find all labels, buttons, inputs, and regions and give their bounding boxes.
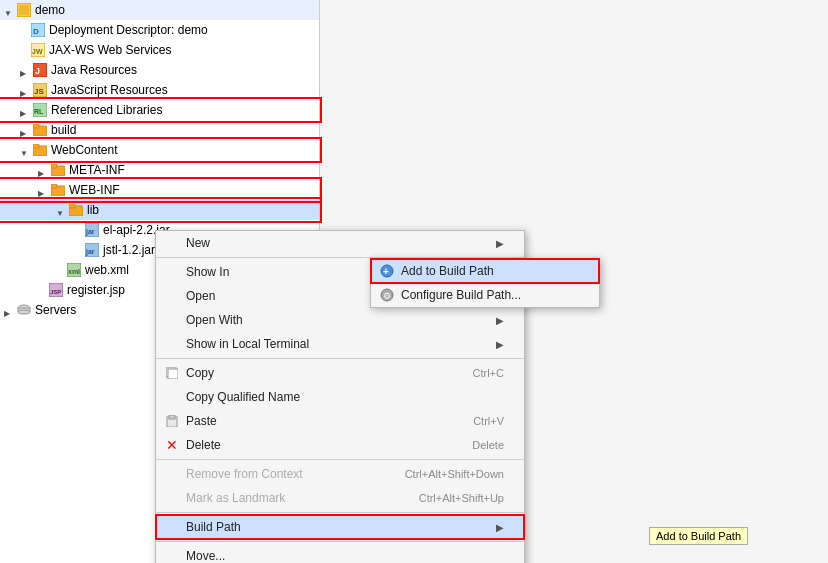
svg-text:xml: xml [68, 268, 80, 275]
spacer [38, 283, 48, 297]
tree-label-jstl: jstl-1.2.jar [103, 243, 155, 257]
menu-separator-3 [156, 459, 524, 460]
build-folder-icon [32, 122, 48, 138]
java-resources-icon: J [32, 62, 48, 78]
web-inf-icon [50, 182, 66, 198]
svg-text:JW: JW [32, 48, 43, 55]
tree-label-build: build [51, 123, 76, 137]
svg-text:JS: JS [34, 87, 44, 96]
webcontent-folder-icon [32, 142, 48, 158]
arrow-new: ▶ [496, 238, 504, 249]
tree-label-referenced-libraries: Referenced Libraries [51, 103, 162, 117]
svg-text:RL: RL [34, 108, 44, 115]
svg-rect-34 [168, 369, 178, 379]
svg-text:jar: jar [85, 248, 95, 256]
arrow-show-local: ▶ [496, 339, 504, 350]
svg-text:J: J [35, 66, 40, 76]
menu-item-move[interactable]: Move... [156, 544, 524, 563]
spacer [74, 243, 84, 257]
arrow-meta-inf [38, 165, 48, 175]
menu-item-open-with[interactable]: Open With ▶ [156, 308, 524, 332]
tree-label-lib: lib [87, 203, 99, 217]
tree-item-javascript-resources[interactable]: JS JavaScript Resources [0, 80, 319, 100]
arrow-lib [56, 205, 66, 215]
configure-build-path-icon: ⚙ [379, 287, 395, 303]
menu-separator-4 [156, 512, 524, 513]
svg-rect-15 [33, 144, 39, 148]
js-icon: JS [32, 82, 48, 98]
menu-item-new[interactable]: New ▶ [156, 231, 524, 255]
arrow-open-with: ▶ [496, 315, 504, 326]
register-jsp-icon: JSP [48, 282, 64, 298]
submenu-item-configure-build-path[interactable]: ⚙ Configure Build Path... [371, 283, 599, 307]
tree-item-deployment[interactable]: D Deployment Descriptor: demo [0, 20, 319, 40]
tree-label-web-xml: web.xml [85, 263, 129, 277]
svg-text:JSP: JSP [50, 289, 61, 295]
svg-rect-1 [19, 5, 29, 15]
tree-item-demo[interactable]: demo [0, 0, 319, 20]
delete-icon: ✕ [164, 437, 180, 453]
tree-label-servers: Servers [35, 303, 76, 317]
jaxws-icon: JW [30, 42, 46, 58]
svg-rect-17 [51, 164, 57, 168]
tree-label-java-resources: Java Resources [51, 63, 137, 77]
tree-label-jaxws: JAX-WS Web Services [49, 43, 171, 57]
arrow-ref-lib [20, 105, 30, 115]
tree-label-deployment: Deployment Descriptor: demo [49, 23, 208, 37]
tree-item-referenced-libraries[interactable]: RL Referenced Libraries [0, 100, 319, 120]
menu-item-mark-landmark[interactable]: Mark as Landmark Ctrl+Alt+Shift+Up [156, 486, 524, 510]
menu-item-paste[interactable]: Paste Ctrl+V [156, 409, 524, 433]
spacer [56, 263, 66, 277]
svg-rect-19 [51, 184, 57, 188]
menu-item-show-local[interactable]: Show in Local Terminal ▶ [156, 332, 524, 356]
svg-text:+: + [383, 266, 389, 277]
arrow-demo [4, 5, 14, 15]
menu-item-copy-qualified[interactable]: Copy Qualified Name [156, 385, 524, 409]
ref-lib-icon: RL [32, 102, 48, 118]
tree-label-webcontent: WebContent [51, 143, 118, 157]
project-icon [16, 2, 32, 18]
menu-item-build-path[interactable]: Build Path ▶ [156, 515, 524, 539]
menu-separator-2 [156, 358, 524, 359]
menu-item-copy[interactable]: Copy Ctrl+C [156, 361, 524, 385]
paste-icon [164, 413, 180, 429]
tree-item-meta-inf[interactable]: META-INF [0, 160, 319, 180]
descriptor-icon: D [30, 22, 46, 38]
tree-item-lib[interactable]: lib [0, 200, 319, 220]
arrow-webcontent [20, 145, 30, 155]
menu-item-delete[interactable]: ✕ Delete Delete [156, 433, 524, 457]
tree-label-meta-inf: META-INF [69, 163, 125, 177]
lib-folder-icon [68, 202, 84, 218]
tree-item-web-inf[interactable]: WEB-INF [0, 180, 319, 200]
submenu-item-add-build-path[interactable]: + Add to Build Path [371, 259, 599, 283]
tree-label-demo: demo [35, 3, 65, 17]
svg-text:jar: jar [85, 228, 95, 236]
build-path-submenu: + Add to Build Path ⚙ Configure Build Pa… [370, 258, 600, 308]
arrow-servers [4, 305, 14, 315]
add-to-build-path-tooltip: Add to Build Path [649, 527, 748, 545]
arrow-build-path: ▶ [496, 522, 504, 533]
spacer [20, 23, 30, 37]
tree-item-webcontent[interactable]: WebContent [0, 140, 319, 160]
arrow-java-resources [20, 65, 30, 75]
jstl-jar-icon: jar [84, 242, 100, 258]
tree-item-build[interactable]: build [0, 120, 319, 140]
spacer [20, 43, 30, 57]
menu-separator-5 [156, 541, 524, 542]
arrow-build [20, 125, 30, 135]
svg-rect-13 [33, 124, 39, 128]
menu-item-remove-context[interactable]: Remove from Context Ctrl+Alt+Shift+Down [156, 462, 524, 486]
tree-label-javascript-resources: JavaScript Resources [51, 83, 168, 97]
tree-item-java-resources[interactable]: J Java Resources [0, 60, 319, 80]
tree-label-register: register.jsp [67, 283, 125, 297]
arrow-js [20, 85, 30, 95]
copy-icon [164, 365, 180, 381]
svg-rect-21 [69, 204, 75, 208]
servers-icon [16, 302, 32, 318]
web-xml-icon: xml [66, 262, 82, 278]
ide-background: demo D Deployment Descriptor: demo JW JA… [0, 0, 828, 563]
tree-item-jaxws[interactable]: JW JAX-WS Web Services [0, 40, 319, 60]
svg-text:D: D [33, 27, 39, 36]
meta-inf-icon [50, 162, 66, 178]
spacer [74, 223, 84, 237]
